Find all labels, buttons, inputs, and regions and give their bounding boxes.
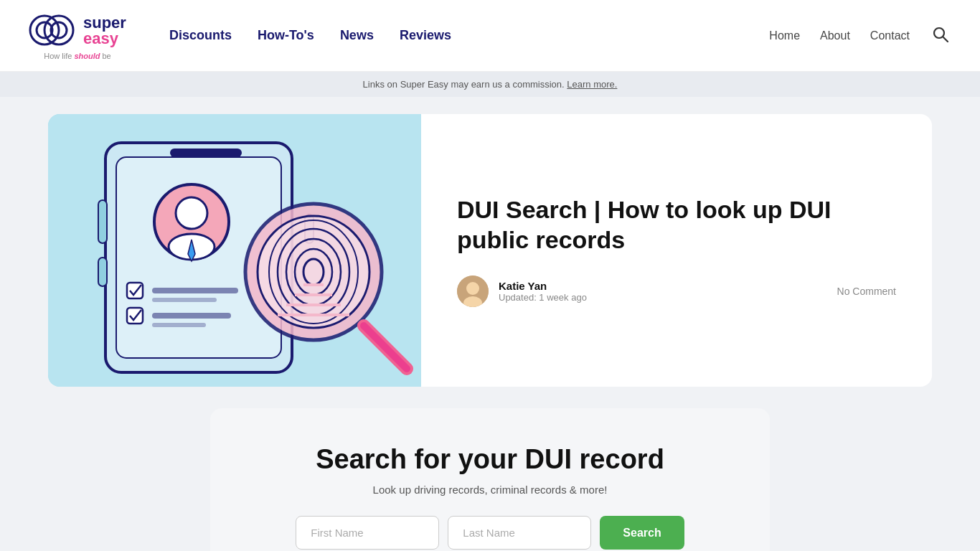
updated-date: Updated: 1 week ago — [499, 292, 587, 303]
svg-rect-9 — [170, 149, 242, 157]
logo[interactable]: super easy How life should be — [29, 11, 126, 60]
author-name: Katie Yan — [499, 280, 587, 292]
affiliate-bar: Links on Super Easy may earn us a commis… — [0, 72, 980, 97]
logo-tagline-highlight: should — [74, 52, 100, 60]
header-right: Home About Contact — [769, 24, 951, 47]
affiliate-learn-more[interactable]: Learn more. — [567, 79, 617, 90]
search-button[interactable]: Search — [600, 516, 684, 550]
author-row: Katie Yan Updated: 1 week ago No Comment — [457, 276, 896, 307]
nav-howtos[interactable]: How-To's — [258, 28, 314, 43]
nav-home[interactable]: Home — [769, 29, 800, 42]
svg-rect-21 — [98, 258, 107, 286]
article-image — [48, 114, 421, 387]
search-icon — [933, 27, 948, 42]
logo-text: super easy — [83, 15, 126, 47]
svg-rect-16 — [152, 288, 238, 293]
logo-tagline: How life should be — [44, 52, 111, 60]
nav-reviews[interactable]: Reviews — [400, 28, 451, 43]
nav-about[interactable]: About — [820, 29, 850, 42]
logo-svg — [29, 11, 79, 50]
logo-icon: super easy — [29, 11, 126, 50]
header-left: super easy How life should be Discounts … — [29, 11, 451, 60]
logo-brand2: easy — [83, 31, 126, 47]
logo-brand1: super — [83, 15, 126, 31]
svg-rect-17 — [152, 298, 217, 302]
logo-circles — [29, 11, 79, 50]
svg-point-11 — [176, 197, 207, 229]
affiliate-text: Links on Super Easy may earn us a commis… — [363, 79, 567, 90]
search-section-subtitle: Look up driving records, criminal record… — [239, 484, 741, 496]
svg-point-37 — [466, 282, 479, 295]
no-comment: No Comment — [837, 286, 896, 297]
svg-rect-19 — [152, 323, 206, 327]
author-avatar — [457, 276, 489, 307]
svg-rect-18 — [152, 313, 231, 319]
avatar-svg — [457, 276, 489, 307]
svg-rect-20 — [98, 200, 107, 243]
first-name-input[interactable] — [296, 516, 439, 550]
nav-discounts[interactable]: Discounts — [169, 28, 232, 43]
search-section-title: Search for your DUI record — [239, 444, 741, 475]
search-form: Search — [239, 516, 741, 550]
article-title: DUI Search | How to look up DUI public r… — [457, 194, 896, 255]
svg-line-5 — [943, 37, 948, 42]
site-header: super easy How life should be Discounts … — [0, 0, 980, 72]
nav-news[interactable]: News — [340, 28, 374, 43]
search-section: Search for your DUI record Look up drivi… — [210, 408, 770, 551]
nav-contact[interactable]: Contact — [870, 29, 910, 42]
main-nav: Discounts How-To's News Reviews — [169, 28, 451, 43]
main-content: DUI Search | How to look up DUI public r… — [31, 114, 949, 551]
author-details: Katie Yan Updated: 1 week ago — [499, 280, 587, 303]
last-name-input[interactable] — [448, 516, 591, 550]
article-card: DUI Search | How to look up DUI public r… — [48, 114, 932, 387]
search-icon-button[interactable] — [930, 24, 951, 47]
svg-point-24 — [258, 216, 369, 328]
article-illustration — [48, 114, 421, 387]
article-info: DUI Search | How to look up DUI public r… — [421, 166, 932, 336]
